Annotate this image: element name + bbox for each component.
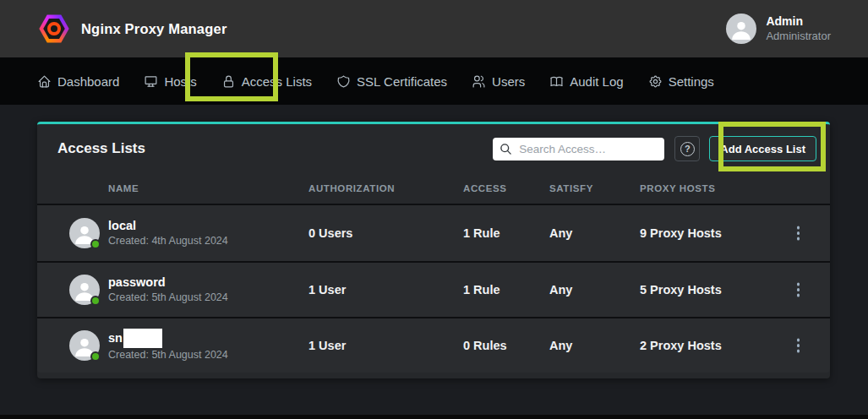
access-value: 0 Rules [463,339,549,352]
avatar [69,330,100,361]
created-date: Created: 5th August 2024 [108,348,308,363]
add-access-list-button[interactable]: Add Access List [709,136,816,161]
satisfy-value: Any [549,226,640,240]
app-logo [39,14,69,44]
kebab-menu-icon [797,344,800,347]
nav-label: Hosts [164,74,196,89]
status-dot [90,351,101,362]
nav-label: SSL Certificates [357,74,447,89]
bottom-edge-strip [0,415,868,419]
nav-label: Audit Log [570,74,623,89]
monitor-icon [144,74,158,89]
created-date: Created: 5th August 2024 [108,291,308,306]
main-nav: Dashboard Hosts Access Lists SSL Certifi… [0,57,868,105]
brand-title: Nginx Proxy Manager [81,21,227,37]
nav-label: Dashboard [57,74,119,89]
access-list-name: local [108,217,136,234]
book-icon [549,74,564,89]
nav-item-users[interactable]: Users [472,74,525,89]
search-input[interactable] [519,143,658,155]
status-dot [90,239,101,249]
proxy-hosts-value: 5 Proxy Hosts [640,283,767,297]
column-header-access: ACCESS [463,183,549,193]
help-icon [680,142,695,156]
user-avatar[interactable] [726,14,756,44]
row-menu-button[interactable] [767,344,830,347]
user-name: Admin [766,14,831,30]
help-button[interactable] [674,136,700,161]
nav-label: Settings [669,74,714,89]
authorization-value: 1 User [308,339,463,352]
access-list-name: password [108,274,166,291]
nav-item-hosts[interactable]: Hosts [144,74,196,89]
column-header-proxy-hosts: PROXY HOSTS [640,183,767,193]
nav-item-audit-log[interactable]: Audit Log [549,74,623,89]
table-row[interactable]: sn Created: 5th August 2024 1 User 0 Rul… [37,317,830,373]
page-title: Access Lists [57,140,145,157]
column-header-satisfy: SATISFY [549,183,640,193]
nav-item-ssl-certificates[interactable]: SSL Certificates [336,74,447,89]
shield-icon [336,74,351,89]
nav-item-dashboard[interactable]: Dashboard [37,74,119,89]
status-dot [90,296,101,306]
user-menu[interactable]: Admin Administrator [726,14,831,44]
proxy-hosts-value: 9 Proxy Hosts [640,226,767,240]
access-value: 1 Rule [463,226,549,240]
nav-label: Users [492,74,525,89]
proxy-hosts-value: 2 Proxy Hosts [640,339,767,352]
redaction-box [123,329,162,348]
authorization-value: 0 Users [308,226,463,240]
lock-icon [221,74,236,89]
access-list-name: sn [108,329,123,346]
created-date: Created: 4th August 2024 [108,234,308,249]
table-header: NAME AUTHORIZATION ACCESS SATISFY PROXY … [37,173,830,205]
avatar [69,218,100,248]
nav-label: Access Lists [242,74,312,89]
nav-item-access-lists[interactable]: Access Lists [221,74,312,89]
column-header-authorization: AUTHORIZATION [308,183,463,193]
panel-header: Access Lists Add Access List [37,124,830,173]
user-role: Administrator [766,30,831,43]
users-icon [472,74,486,89]
table-row[interactable]: password Created: 5th August 2024 1 User… [37,261,830,317]
authorization-value: 1 User [308,283,463,297]
home-icon [37,74,52,89]
satisfy-value: Any [549,283,640,297]
search-box[interactable] [493,138,664,161]
kebab-menu-icon [797,288,800,291]
column-header-name: NAME [108,183,308,193]
person-icon [730,19,752,41]
avatar [69,275,100,305]
logo-ring [47,22,61,35]
satisfy-value: Any [549,339,640,352]
access-lists-panel: Access Lists Add Access List NAME AUTHOR… [37,122,830,378]
kebab-menu-icon [797,231,800,235]
access-value: 1 Rule [463,283,549,297]
table-row[interactable]: local Created: 4th August 2024 0 Users 1… [37,205,830,261]
row-menu-button[interactable] [767,288,830,291]
app-header: Nginx Proxy Manager Admin Administrator [0,0,868,57]
row-menu-button[interactable] [767,231,830,235]
search-icon [500,143,512,155]
nav-item-settings[interactable]: Settings [648,74,714,89]
gear-icon [648,74,663,89]
